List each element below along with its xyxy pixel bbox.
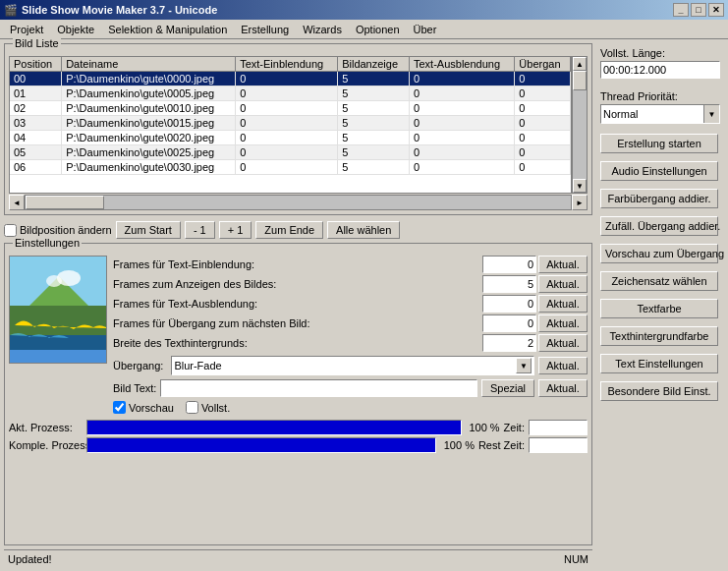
table-scroll[interactable]: Position Dateiname Text-Einblendung Bild…: [10, 57, 571, 193]
zeichensatz-button[interactable]: Zeichensatz wählen: [600, 271, 718, 291]
table-row[interactable]: 04 P:\Daumenkino\gute\0020.jpeg 0 5 0 0: [10, 131, 571, 145]
menu-erstellung[interactable]: Erstellung: [235, 22, 295, 37]
hscroll-thumb[interactable]: [26, 196, 104, 209]
zufaell-uebergang-button[interactable]: Zufäll. Übergang addier.: [600, 216, 718, 236]
cell-text-ein: 0: [236, 72, 338, 86]
cell-file: P:\Daumenkino\gute\0010.jpeg: [62, 101, 236, 116]
besondere-bild-button[interactable]: Besondere Bild Einst.: [600, 381, 718, 401]
table-row[interactable]: 05 P:\Daumenkino\gute\0025.jpeg 0 5 0 0: [10, 145, 571, 160]
minus1-button[interactable]: - 1: [185, 221, 215, 239]
textfarbe-button[interactable]: Textfarbe: [600, 299, 718, 318]
farbuebergang-button[interactable]: Farbübergang addier.: [600, 189, 718, 208]
kompl-prozess-row: Komple. Prozess: 100 % Rest Zeit:: [9, 437, 588, 453]
thread-combo[interactable]: Normal ▼: [600, 104, 720, 124]
h-scrollbar-row: ◄ ►: [9, 195, 588, 210]
kompl-prozess-pct: 100 %: [440, 439, 475, 451]
zeit-input[interactable]: [529, 420, 588, 435]
spezial-button[interactable]: Spezial: [481, 379, 534, 397]
right-panel: Vollst. Länge: Thread Priorität: Normal …: [596, 43, 724, 567]
cell-bild: 5: [338, 131, 410, 145]
hscroll-left-btn[interactable]: ◄: [9, 195, 25, 210]
hscroll-right-btn[interactable]: ►: [572, 195, 588, 210]
aktual-text-aus-btn[interactable]: Aktual.: [538, 295, 588, 313]
image-preview: [9, 256, 107, 364]
settings-inner: Frames für Text-Einblendung: Aktual. Fra…: [9, 256, 588, 414]
vorschau-checkbox-label[interactable]: Vorschau: [113, 401, 174, 414]
close-button[interactable]: ✕: [708, 3, 724, 17]
scroll-up-btn[interactable]: ▲: [573, 57, 587, 71]
menu-selektion[interactable]: Selektion & Manipulation: [102, 22, 233, 37]
table-row[interactable]: 02 P:\Daumenkino\gute\0010.jpeg 0 5 0 0: [10, 101, 571, 116]
col-position: Position: [10, 57, 62, 72]
aktual-uebergang-btn[interactable]: Aktual.: [538, 314, 588, 332]
erstellung-starten-button[interactable]: Erstellung starten: [600, 134, 718, 153]
cell-bild: 5: [338, 160, 410, 175]
cell-uebergang: 0: [515, 72, 571, 86]
cell-pos: 05: [10, 145, 62, 160]
cell-uebergang: 0: [515, 145, 571, 160]
table-scrollbar[interactable]: ▲ ▼: [572, 56, 588, 194]
main-content: Bild Liste Position Dateiname Text-Einbl…: [0, 39, 728, 571]
frames-text-aus-label: Frames für Text-Ausblendung:: [113, 298, 480, 310]
combo-arrow-icon[interactable]: ▼: [516, 358, 532, 373]
cell-text-ein: 0: [236, 86, 338, 101]
bild-text-input[interactable]: [160, 379, 476, 397]
aktual-text-ein-btn[interactable]: Aktual.: [538, 256, 588, 273]
frames-bild-input[interactable]: [482, 275, 536, 293]
vollst-laenge-label: Vollst. Länge:: [600, 47, 720, 59]
frames-text-ein-input[interactable]: [482, 256, 536, 273]
aktual-breite-btn[interactable]: Aktual.: [538, 334, 588, 352]
akt-prozess-row: Akt. Prozess: 100 % Zeit:: [9, 420, 588, 435]
table-row[interactable]: 01 P:\Daumenkino\gute\0005.jpeg 0 5 0 0: [10, 86, 571, 101]
aktual-bild-text-btn[interactable]: Aktual.: [538, 379, 588, 397]
bild-liste-group: Bild Liste Position Dateiname Text-Einbl…: [4, 43, 592, 215]
cell-bild: 5: [338, 116, 410, 131]
menu-wizards[interactable]: Wizards: [297, 22, 348, 37]
minimize-button[interactable]: _: [673, 3, 689, 17]
breite-input[interactable]: [482, 334, 536, 352]
zum-start-button[interactable]: Zum Start: [116, 221, 181, 239]
menu-objekte[interactable]: Objekte: [51, 22, 100, 37]
zum-ende-button[interactable]: Zum Ende: [255, 221, 323, 239]
text-einstellungen-button[interactable]: Text Einstellungen: [600, 354, 718, 373]
bildposition-checkbox[interactable]: [4, 224, 17, 237]
frames-text-aus-input[interactable]: [482, 295, 536, 313]
cell-text-aus: 0: [410, 131, 515, 145]
maximize-button[interactable]: □: [691, 3, 706, 17]
texthintergrundfarbe-button[interactable]: Texthintergrundfarbe: [600, 326, 718, 346]
rest-zeit-input[interactable]: [529, 437, 588, 453]
bildposition-checkbox-label[interactable]: Bildposition ändern: [4, 224, 112, 237]
vollst-checkbox[interactable]: [186, 401, 198, 414]
table-row[interactable]: 06 P:\Daumenkino\gute\0030.jpeg 0 5 0 0: [10, 160, 571, 175]
frames-grid: Frames für Text-Einblendung: Aktual. Fra…: [113, 256, 588, 352]
vollst-checkbox-label[interactable]: Vollst.: [186, 401, 230, 414]
alle-waehlen-button[interactable]: Alle wählen: [327, 221, 400, 239]
table-row[interactable]: 03 P:\Daumenkino\gute\0015.jpeg 0 5 0 0: [10, 116, 571, 131]
thread-section: Thread Priorität: Normal ▼: [596, 86, 724, 128]
status-text: Updated!: [8, 553, 52, 565]
menu-projekt[interactable]: Projekt: [4, 22, 49, 37]
plus1-button[interactable]: + 1: [219, 221, 252, 239]
vorschau-checkbox[interactable]: [113, 401, 126, 414]
cell-file: P:\Daumenkino\gute\0005.jpeg: [62, 86, 236, 101]
aktual-bild-btn[interactable]: Aktual.: [538, 275, 588, 293]
frames-uebergang-input[interactable]: [482, 314, 536, 332]
bild-liste-title: Bild Liste: [13, 37, 61, 49]
audio-einstellungen-button[interactable]: Audio Einstellungen: [600, 161, 718, 181]
menu-optionen[interactable]: Optionen: [350, 22, 406, 37]
vorschau-uebergang-button[interactable]: Vorschau zum Übergang: [600, 244, 718, 263]
scroll-thumb[interactable]: [573, 71, 587, 90]
hscroll-track[interactable]: [25, 195, 572, 210]
title-bar-buttons: _ □ ✕: [673, 3, 724, 17]
thread-combo-arrow[interactable]: ▼: [703, 105, 719, 123]
aktual-uebergang2-btn[interactable]: Aktual.: [538, 357, 588, 374]
menu-ueber[interactable]: Über: [408, 22, 443, 37]
uebergang-combo[interactable]: Blur-Fade ▼: [171, 356, 534, 375]
cell-pos: 00: [10, 72, 62, 86]
left-panel: Bild Liste Position Dateiname Text-Einbl…: [4, 43, 592, 567]
cell-pos: 03: [10, 116, 62, 131]
scroll-down-btn[interactable]: ▼: [573, 179, 587, 193]
app-icon: 🎬: [4, 4, 18, 17]
vollst-laenge-input[interactable]: [600, 61, 720, 79]
table-row[interactable]: 00 P:\Daumenkino\gute\0000.jpeg 0 5 0 0: [10, 72, 571, 86]
